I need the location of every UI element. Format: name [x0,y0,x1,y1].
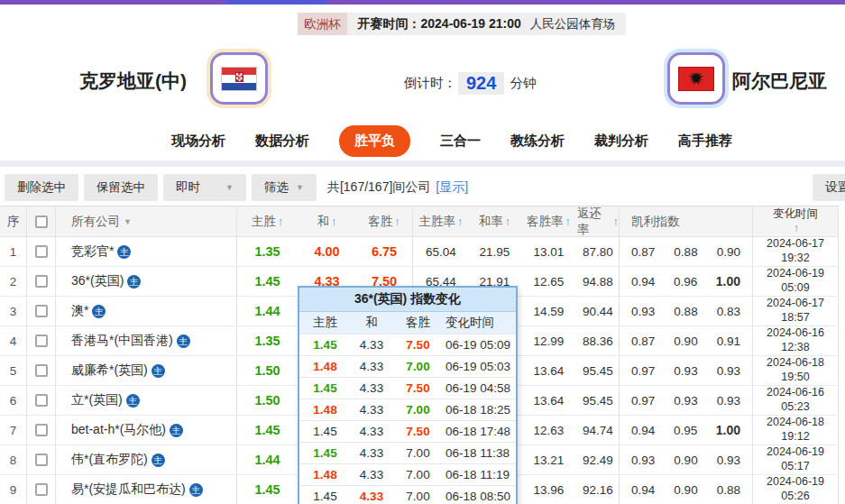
away-team-flag [667,52,725,105]
row-checkbox[interactable] [35,275,48,288]
nav-tab-1[interactable]: 现场分析 [171,133,225,150]
header-cell-9[interactable]: 客胜率↑ [520,206,577,236]
row-checkbox[interactable] [35,245,48,258]
nav-tab-5[interactable]: 教练分析 [510,133,565,150]
row-checkbox[interactable] [35,334,48,347]
home-odds: 1.50 [254,363,280,378]
header-cell-4[interactable]: 主胜↑ [237,206,298,236]
keep-selected-button[interactable]: 保留选中 [84,174,158,201]
popup-header-2: 和 [351,315,392,331]
change-time-cell: 2024-06-1719:32 [753,237,839,266]
header-cell-12[interactable]: 变化时间↑ [753,206,839,236]
change-time-cell: 2024-06-1819:12 [753,416,839,444]
match-info-bar: 欧洲杯 开赛时间：2024-06-19 21:00 人民公园体育场 [298,13,626,35]
kelly-index-cell: 0.870.880.90 [620,237,753,266]
delete-selected-button[interactable]: 删除选中 [5,174,78,201]
header-label: 序 [7,214,20,230]
home-odds: 1.45 [254,482,280,497]
nav-divider [0,160,845,167]
popup-home-odds: 1.45 [299,338,351,352]
home-badge-icon: 主 [126,394,140,408]
instant-dropdown[interactable]: 即时 ▼ [163,174,246,201]
change-time: 12:38 [781,341,809,355]
away-rate: 13.96 [520,475,577,504]
filter-caret-icon[interactable]: ▼ [124,217,132,226]
header-label: 客胜 [368,214,392,230]
company-name[interactable]: 易*(安提瓜和巴布达) [71,481,186,498]
header-cell-3[interactable]: 所有公司▼ [56,206,237,236]
company-name[interactable]: 伟*(直布罗陀) [71,452,148,468]
row-checkbox[interactable] [35,305,48,317]
select-all-checkbox[interactable] [35,215,48,228]
away-rate: 12.65 [520,267,577,296]
company-name[interactable]: 立*(英国) [71,392,123,408]
return-rate: 95.45 [577,386,620,415]
show-link[interactable]: [显示] [436,179,468,196]
header-label: 返还率 [577,206,611,238]
home-odds: 1.44 [254,304,280,318]
sort-up-icon[interactable]: ↑ [394,215,400,228]
company-name[interactable]: 澳* [71,303,88,319]
change-date: 2024-06-19 [767,267,824,281]
popup-draw-odds: 4.33 [351,338,392,352]
header-cell-8[interactable]: 和率↑ [469,206,520,236]
home-odds-cell: 1.45 [237,475,298,504]
nav-tab-2[interactable]: 数据分析 [255,133,309,150]
sort-up-icon[interactable]: ↑ [565,215,572,228]
header-cell-6[interactable]: 客胜↑ [356,206,413,236]
nav-tab-7[interactable]: 高手推荐 [678,133,732,150]
row-index: 5 [0,356,27,385]
header-cell-1: 序 [0,206,27,236]
popup-row: 1.454.337.5006-19 05:09 [299,334,516,355]
sort-up-icon[interactable]: ↑ [278,215,284,228]
away-odds: 6.75 [372,244,397,259]
kelly-home: 0.93 [631,305,655,318]
header-cell-5[interactable]: 和↑ [298,206,356,236]
row-checkbox[interactable] [35,424,48,436]
header-cell-10[interactable]: 返还率↑ [577,206,620,236]
popup-change-time: 06-18 11:38 [444,446,516,460]
kelly-draw: 0.88 [674,245,697,259]
header-cell-7[interactable]: 主胜率↑ [413,206,469,236]
kelly-away: 0.91 [717,334,740,348]
popup-header-4: 变化时间 [444,315,516,331]
company-name[interactable]: 香港马*(中国香港) [71,333,173,349]
away-rate: 13.01 [520,237,577,266]
row-checkbox[interactable] [35,454,48,466]
company-name[interactable]: 威廉希*(英国) [71,362,148,379]
popup-away-odds: 7.00 [392,360,444,373]
popup-draw-odds: 4.33 [351,403,392,417]
home-odds: 1.35 [254,334,280,348]
company-name[interactable]: bet-at-h*(马尔他) [71,422,166,438]
home-odds: 1.44 [254,453,280,467]
change-time: 18:57 [781,311,809,325]
change-time: 19:32 [781,252,809,266]
change-time: 19:12 [781,430,809,444]
company-name[interactable]: 36*(英国) [71,273,124,289]
settings-button[interactable]: 设置/选择 [813,174,845,201]
row-checkbox[interactable] [35,364,48,377]
sort-up-icon[interactable]: ↑ [794,221,800,235]
sort-up-icon[interactable]: ↑ [457,215,464,228]
kelly-away: 1.00 [716,423,740,437]
row-checkbox[interactable] [35,483,48,496]
nav-tab-3[interactable]: 胜平负 [339,125,410,157]
popup-away-odds: 7.00 [392,468,444,481]
kelly-draw: 0.93 [674,394,697,408]
home-badge-icon: 主 [177,334,190,348]
row-checkbox[interactable] [35,394,48,407]
nav-tab-4[interactable]: 三合一 [440,133,481,150]
sort-up-icon[interactable]: ↑ [505,215,511,228]
company-name[interactable]: 竞彩官* [71,243,114,260]
filter-dropdown[interactable]: 筛选 ▼ [252,174,317,201]
popup-change-time: 06-18 11:19 [444,468,516,481]
home-badge-icon: 主 [117,245,131,259]
popup-away-odds: 7.00 [392,403,444,417]
nav-tab-6[interactable]: 裁判分析 [594,133,648,150]
sort-up-icon[interactable]: ↑ [331,215,337,228]
popup-draw-odds: 4.33 [351,425,392,438]
row-checkbox-cell [27,267,56,296]
header-cell-11: 凯利指数 [620,206,753,236]
header-cell-2[interactable] [27,206,56,236]
sort-up-icon[interactable]: ↑ [613,215,620,228]
